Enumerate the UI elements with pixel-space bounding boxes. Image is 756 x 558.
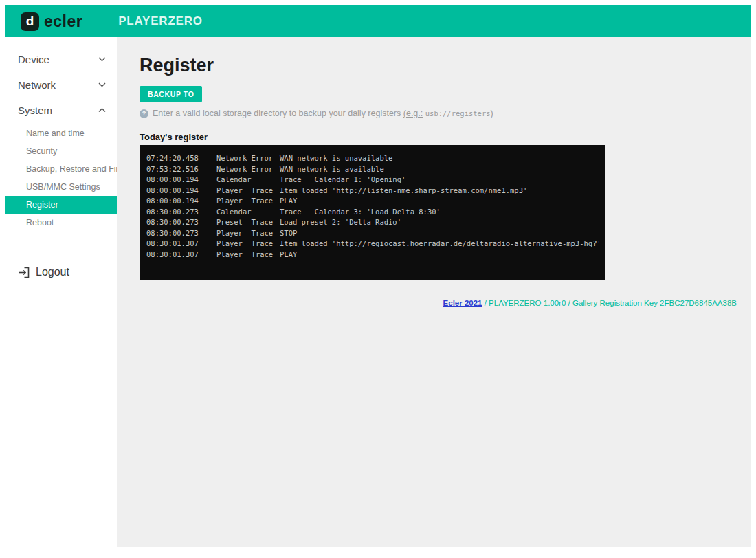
log-lines: 07:24:20.458 Network Error WAN network i… bbox=[146, 153, 599, 260]
ecler-logo-glyph: d bbox=[26, 14, 34, 27]
sidebar-group-system[interactable]: System bbox=[5, 98, 117, 123]
log-time: 08:30:01.307 bbox=[146, 249, 216, 260]
footer-info: Ecler 2021 / PLAYERZERO 1.00r0 / Gallery… bbox=[140, 299, 741, 307]
ecler-2021-link[interactable]: Ecler 2021 bbox=[443, 299, 482, 307]
chevron-down-icon bbox=[98, 82, 106, 87]
log-source: Calendar bbox=[216, 207, 280, 218]
backup-to-row: BACKUP TO bbox=[140, 86, 741, 102]
log-message: WAN network is available bbox=[280, 164, 599, 175]
hint-example-suffix: ) bbox=[491, 109, 493, 118]
log-message: Load preset 2: 'Delta Radio' bbox=[280, 217, 599, 228]
log-source: Player Trace bbox=[216, 238, 280, 249]
log-time: 07:24:20.458 bbox=[146, 153, 216, 164]
logout-label: Logout bbox=[36, 266, 69, 278]
log-time: 08:00:00.194 bbox=[146, 186, 216, 197]
logout-icon bbox=[18, 267, 30, 278]
hint-example-prefix: (e.g.: bbox=[403, 109, 423, 118]
brand-name: ecler bbox=[44, 12, 82, 31]
log-message: WAN network is unavailable bbox=[280, 153, 599, 164]
sidebar-item-security[interactable]: Security bbox=[5, 142, 117, 160]
log-row: 08:00:00.194 Player Trace Item loaded 'h… bbox=[146, 186, 599, 197]
sidebar-group-label: Device bbox=[18, 54, 49, 65]
log-row: 08:30:01.307 Player Trace PLAY bbox=[146, 249, 599, 260]
ecler-logo-icon: d bbox=[21, 12, 39, 31]
log-message: PLAY bbox=[280, 196, 599, 207]
register-console: 07:24:20.458 Network Error WAN network i… bbox=[140, 145, 605, 280]
backup-directory-input[interactable] bbox=[203, 87, 459, 102]
log-source: Preset Trace bbox=[216, 217, 280, 228]
log-time: 08:30:01.307 bbox=[146, 238, 216, 249]
log-time: 08:00:00.194 bbox=[146, 175, 216, 186]
log-message: Trace Calendar 3: 'Load Delta 8:30' bbox=[280, 207, 599, 218]
sidebar: Device Network System Name and time Sec bbox=[5, 37, 117, 547]
log-row: 07:24:20.458 Network Error WAN network i… bbox=[146, 153, 599, 164]
sidebar-item-reboot[interactable]: Reboot bbox=[5, 214, 117, 232]
log-source: Network Error bbox=[216, 153, 280, 164]
log-row: 08:30:01.307 Player Trace Item loaded 'h… bbox=[146, 238, 599, 249]
log-row: 07:53:22.516 Network Error WAN network i… bbox=[146, 164, 599, 175]
sidebar-group-network[interactable]: Network bbox=[5, 72, 117, 98]
backup-hint: ? Enter a valid local storage directory … bbox=[140, 109, 741, 118]
app-header: d ecler PLAYERZERO bbox=[5, 5, 751, 37]
log-time: 08:00:00.194 bbox=[146, 196, 216, 207]
footer-version-text: / PLAYERZERO 1.00r0 / Gallery Registrati… bbox=[482, 299, 737, 307]
log-source: Calendar bbox=[216, 175, 280, 186]
hint-main-text: Enter a valid local storage directory to… bbox=[153, 109, 401, 118]
sidebar-group-label: Network bbox=[18, 79, 56, 91]
sidebar-group-device[interactable]: Device bbox=[5, 47, 117, 72]
log-row: 08:00:00.194 Calendar Trace Calendar 1: … bbox=[146, 175, 599, 186]
log-time: 08:30:00.273 bbox=[146, 228, 216, 239]
log-message: STOP bbox=[280, 228, 599, 239]
page-title: Register bbox=[140, 55, 741, 76]
logout-button[interactable]: Logout bbox=[5, 259, 117, 285]
log-row: 08:00:00.194 Player Trace PLAY bbox=[146, 196, 599, 207]
sidebar-system-submenu: Name and time Security Backup, Restore a… bbox=[5, 123, 117, 234]
log-source: Player Trace bbox=[216, 228, 280, 239]
log-row: 08:30:00.273 Calendar Trace Calendar 3: … bbox=[146, 207, 599, 218]
log-row: 08:30:00.273 Preset Trace Load preset 2:… bbox=[146, 217, 599, 228]
sidebar-item-register[interactable]: Register bbox=[5, 196, 117, 214]
page: d ecler PLAYERZERO Device Network System bbox=[5, 5, 751, 547]
log-row: 08:30:00.273 Player Trace STOP bbox=[146, 228, 599, 239]
product-name: PLAYERZERO bbox=[118, 14, 203, 28]
log-source: Player Trace bbox=[216, 186, 280, 197]
sidebar-group-label: System bbox=[18, 104, 52, 116]
sidebar-item-name-and-time[interactable]: Name and time bbox=[5, 124, 117, 142]
backup-to-button[interactable]: BACKUP TO bbox=[140, 86, 202, 102]
info-icon: ? bbox=[140, 109, 148, 118]
backup-hint-text: Enter a valid local storage directory to… bbox=[153, 109, 493, 118]
sidebar-item-usb-mmc-settings[interactable]: USB/MMC Settings bbox=[5, 178, 117, 196]
log-source: Player Trace bbox=[216, 249, 280, 260]
todays-register-label: Today's register bbox=[140, 132, 741, 142]
hint-example-code: usb://registers bbox=[425, 109, 491, 118]
main-content: Register BACKUP TO ? Enter a valid local… bbox=[117, 37, 751, 547]
chevron-up-icon bbox=[98, 108, 106, 113]
log-message: Item loaded 'http://regiocast.hoerradar.… bbox=[280, 238, 599, 249]
log-time: 08:30:00.273 bbox=[146, 217, 216, 228]
log-message: Trace Calendar 1: 'Opening' bbox=[280, 175, 599, 186]
chevron-down-icon bbox=[98, 57, 106, 62]
sidebar-item-backup-restore-firmware[interactable]: Backup, Restore and Firmware bbox=[5, 160, 117, 178]
log-time: 07:53:22.516 bbox=[146, 164, 216, 175]
log-message: Item loaded 'http://listen-nme.sharp-str… bbox=[280, 186, 599, 197]
log-source: Player Trace bbox=[216, 196, 280, 207]
log-message: PLAY bbox=[280, 249, 599, 260]
log-source: Network Error bbox=[216, 164, 280, 175]
log-time: 08:30:00.273 bbox=[146, 207, 216, 218]
